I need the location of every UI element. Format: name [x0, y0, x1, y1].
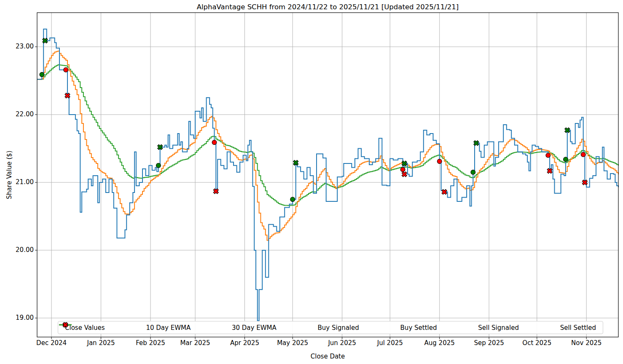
x-tick-label: Mar 2025: [170, 340, 220, 346]
legend-label: 30 Day EWMA: [232, 324, 277, 332]
legend-item-30-day-ewma-line: 30 Day EWMA: [232, 324, 277, 332]
legend-label: Sell Settled: [560, 324, 596, 332]
sell-signaled-marker: [212, 140, 217, 145]
sell-signaled-marker: [581, 153, 585, 157]
legend: Close Values10 Day EWMA30 Day EWMABuy Si…: [58, 321, 603, 334]
buy-signaled-marker: [471, 170, 475, 174]
y-tick-label: 21.00: [4, 179, 34, 185]
y-axis-label: Share Value ($): [5, 150, 13, 199]
x-tick-label: Feb 2025: [125, 340, 176, 346]
chart-title: AlphaVantage SCHH from 2024/11/22 to 202…: [37, 3, 618, 11]
legend-label: Sell Signaled: [478, 324, 519, 332]
buy-signaled-marker: [564, 157, 568, 162]
legend-item-sell-settled-x: Sell Settled: [560, 324, 596, 332]
legend-label: Buy Signaled: [318, 324, 359, 332]
legend-label: 10 Day EWMA: [146, 324, 191, 332]
x-tick-label: Oct 2025: [512, 340, 562, 346]
x-tick-label: May 2025: [267, 340, 318, 346]
x-tick-label: Jun 2025: [317, 340, 368, 346]
x-axis-label: Close Date: [37, 353, 618, 360]
buy-signaled-marker: [40, 72, 44, 77]
ewma-30-line: [37, 65, 618, 206]
figure: AlphaVantage SCHH from 2024/11/22 to 202…: [0, 0, 623, 364]
x-tick-label: Sep 2025: [464, 340, 514, 346]
plot-area: [0, 0, 623, 364]
y-tick-label: 20.00: [4, 247, 34, 253]
legend-label: Buy Settled: [400, 324, 437, 332]
buy-signaled-marker: [156, 163, 161, 168]
y-tick-label: 22.00: [4, 111, 34, 118]
ewma-10-line: [37, 51, 618, 240]
x-tick-label: Jan 2025: [76, 340, 126, 346]
legend-item-sell-signaled-circle: Sell Signaled: [478, 324, 519, 332]
x-tick-label: Dec 2024: [26, 340, 77, 346]
legend-item-buy-signaled-circle: Buy Signaled: [318, 324, 359, 332]
x-tick-label: Nov 2025: [561, 340, 612, 346]
x-tick-label: Jul 2025: [365, 340, 415, 346]
x-tick-label: Apr 2025: [220, 340, 270, 346]
y-tick-label: 23.00: [4, 43, 34, 50]
buy-signaled-marker: [290, 197, 295, 202]
sell-signaled-marker: [64, 67, 68, 72]
sell-signaled-marker: [400, 167, 405, 172]
sell-settled-x-swatch: [58, 321, 73, 328]
sell-signaled-marker: [546, 153, 550, 158]
legend-item-buy-settled-x: Buy Settled: [400, 324, 437, 332]
y-tick-label: 19.00: [4, 315, 34, 321]
sell-signaled-marker: [437, 159, 442, 164]
legend-item-10-day-ewma-line: 10 Day EWMA: [146, 324, 191, 332]
x-tick-label: Aug 2025: [414, 340, 465, 346]
